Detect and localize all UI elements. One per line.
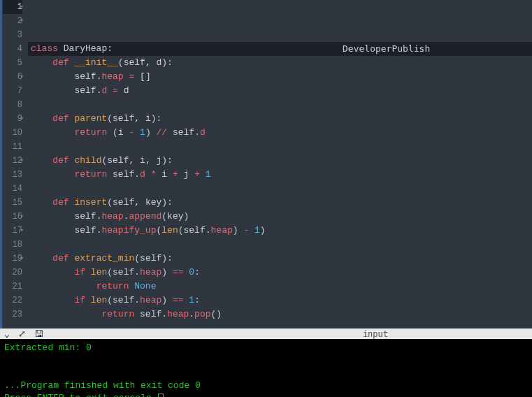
line-number: 18 — [3, 238, 22, 252]
expand-icon[interactable]: ⤢ — [18, 329, 26, 339]
line-number: 17▾ — [3, 224, 22, 238]
line-number: 22 — [3, 294, 22, 308]
code-line[interactable]: def insert(self, key): — [28, 196, 532, 210]
console-line: ...Program finished with exit code 0 — [4, 380, 201, 391]
code-line[interactable]: def parent(self, i): — [28, 112, 532, 126]
line-number: 9▾ — [3, 112, 22, 126]
code-line[interactable]: return self.d * i + j + 1 — [28, 168, 532, 182]
code-line[interactable]: if len(self.heap) == 1: — [28, 294, 532, 308]
code-editor[interactable]: 1▾2▾3456▾789▾101112▾13141516▾17▾1819▾202… — [0, 0, 532, 329]
code-line[interactable] — [28, 140, 532, 154]
fold-toggle-icon[interactable]: ▾ — [20, 70, 24, 84]
code-line[interactable]: return (i - 1) // self.d — [28, 126, 532, 140]
code-line[interactable] — [28, 322, 532, 329]
code-line[interactable]: self.heap.append(key) — [28, 210, 532, 224]
line-number-gutter: 1▾2▾3456▾789▾101112▾13141516▾17▾1819▾202… — [0, 0, 28, 329]
line-number: 21 — [3, 280, 22, 294]
code-area[interactable]: DeveloperPublish class DaryHeap: def __i… — [28, 0, 532, 329]
code-line[interactable]: return None — [28, 280, 532, 294]
code-line[interactable]: def extract_min(self): — [28, 252, 532, 266]
fold-toggle-icon[interactable]: ▾ — [20, 224, 24, 238]
line-number: 10 — [3, 126, 22, 140]
code-line[interactable]: def child(self, i, j): — [28, 154, 532, 168]
watermark-text: DeveloperPublish — [343, 42, 430, 56]
console-input-label: input — [363, 329, 388, 339]
code-line[interactable] — [28, 182, 532, 196]
code-line[interactable]: class DaryHeap: — [28, 42, 532, 56]
fold-toggle-icon[interactable]: ▾ — [20, 210, 24, 224]
code-line[interactable]: def __init__(self, d): — [28, 56, 532, 70]
fold-toggle-icon[interactable]: ▾ — [20, 252, 24, 266]
line-number: 14 — [3, 182, 22, 196]
line-number: 5 — [3, 56, 22, 70]
line-number: 6▾ — [3, 70, 22, 84]
console-line: Extracted min: 0 — [4, 342, 92, 353]
code-line[interactable]: self.heapify_up(len(self.heap) - 1) — [28, 224, 532, 238]
line-number: 11 — [3, 140, 22, 154]
editor-left-strip — [0, 0, 2, 329]
line-number: 16▾ — [3, 210, 22, 224]
code-line[interactable]: self.d = d — [28, 84, 532, 98]
line-number: 8 — [3, 98, 22, 112]
line-number: 1▾ — [3, 0, 22, 14]
console-cursor — [158, 394, 164, 397]
line-number: 4 — [3, 42, 22, 56]
code-line[interactable] — [28, 98, 532, 112]
line-number: 19▾ — [3, 252, 22, 266]
fold-toggle-icon[interactable]: ▾ — [20, 14, 24, 28]
line-number: 20 — [3, 266, 22, 280]
console-output[interactable]: Extracted min: 0 ...Program finished wit… — [0, 339, 532, 397]
line-number: 12▾ — [3, 154, 22, 168]
line-number: 3 — [3, 28, 22, 42]
chevron-down-icon[interactable]: ⌄ — [4, 329, 10, 339]
console-line: Press ENTER to exit console. — [4, 393, 157, 397]
fold-toggle-icon[interactable]: ▾ — [20, 0, 24, 14]
code-line[interactable]: return self.heap.pop() — [28, 308, 532, 322]
fold-toggle-icon[interactable]: ▾ — [20, 154, 24, 168]
code-line[interactable]: self.heap = [] — [28, 70, 532, 84]
line-number: 2▾ — [3, 14, 22, 28]
line-number: 23 — [3, 308, 22, 322]
code-line[interactable]: if len(self.heap) == 0: — [28, 266, 532, 280]
console-toolbar: ⌄ ⤢ 🖫 input — [0, 329, 532, 339]
code-line[interactable] — [28, 238, 532, 252]
save-icon[interactable]: 🖫 — [34, 329, 43, 339]
fold-toggle-icon[interactable]: ▾ — [20, 112, 24, 126]
line-number: 15 — [3, 196, 22, 210]
line-number: 7 — [3, 84, 22, 98]
line-number: 13 — [3, 168, 22, 182]
